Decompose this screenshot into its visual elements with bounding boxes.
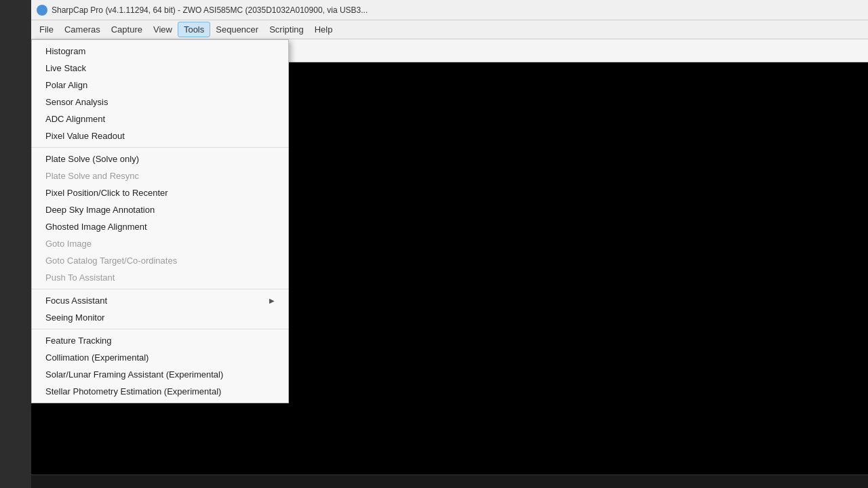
menu-scripting[interactable]: Scripting [264,22,309,37]
dropdown-item-5[interactable]: Pixel Value Readout [32,127,288,144]
menu-file[interactable]: File [34,22,59,37]
title-bar: SharpCap Pro (v4.1.11294, 64 bit) - ZWO … [31,0,868,20]
dropdown-item-1[interactable]: Live Stack [32,60,288,77]
dropdown-item-label-14: Focus Assistant [45,296,107,306]
dropdown-item-11: Goto Image [32,235,288,252]
dropdown-item-0[interactable]: Histogram [32,43,288,60]
dropdown-item-9[interactable]: Deep Sky Image Annotation [32,201,288,218]
dropdown-item-8[interactable]: Pixel Position/Click to Recenter [32,184,288,201]
dropdown-item-15[interactable]: Seeing Monitor [32,309,288,326]
menu-capture[interactable]: Capture [106,22,148,37]
dropdown-item-17[interactable]: Collimation (Experimental) [32,349,288,366]
bottom-bar [31,474,868,488]
tools-dropdown: HistogramLive StackPolar AlignSensor Ana… [31,39,289,403]
dropdown-item-3[interactable]: Sensor Analysis [32,94,288,110]
menu-help[interactable]: Help [309,22,338,37]
dropdown-separator-13 [32,289,288,289]
tools-dropdown-menu: HistogramLive StackPolar AlignSensor Ana… [31,39,289,403]
app-icon [37,5,47,16]
dropdown-item-7: Plate Solve and Resync [32,167,288,184]
dropdown-separator-5 [32,147,288,148]
menu-tools[interactable]: Tools [178,22,210,37]
dropdown-item-10[interactable]: Ghosted Image Alignment [32,218,288,235]
dropdown-item-4[interactable]: ADC Alignment [32,110,288,127]
menu-view[interactable]: View [148,22,178,37]
menu-cameras[interactable]: Cameras [59,22,106,37]
dropdown-item-14[interactable]: Focus Assistant▶ [32,292,288,309]
dropdown-item-13: Push To Assistant [32,269,288,286]
left-sidebar [0,0,31,488]
menu-sequencer[interactable]: Sequencer [210,22,264,37]
dropdown-submenu-arrow-14: ▶ [269,297,275,304]
dropdown-item-16[interactable]: Feature Tracking [32,332,288,349]
dropdown-item-19[interactable]: Stellar Photometry Estimation (Experimen… [32,383,288,400]
dropdown-separator-15 [32,329,288,329]
title-bar-text: SharpCap Pro (v4.1.11294, 64 bit) - ZWO … [52,5,368,15]
dropdown-item-12: Goto Catalog Target/Co-ordinates [32,252,288,269]
dropdown-item-2[interactable]: Polar Align [32,77,288,94]
dropdown-item-18[interactable]: Solar/Lunar Framing Assistant (Experimen… [32,366,288,383]
dropdown-item-6[interactable]: Plate Solve (Solve only) [32,150,288,167]
menu-bar: File Cameras Capture View Tools Sequence… [31,20,868,39]
